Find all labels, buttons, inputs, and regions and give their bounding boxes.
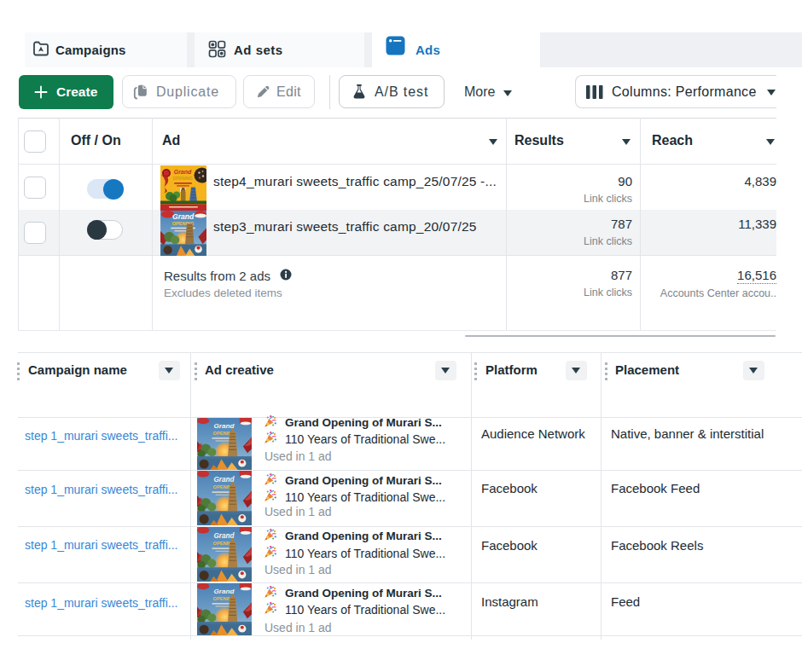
svg-text:Grand: Grand xyxy=(174,169,192,175)
svg-text:Grand: Grand xyxy=(172,212,195,221)
svg-text:OPENING: OPENING xyxy=(172,176,192,181)
